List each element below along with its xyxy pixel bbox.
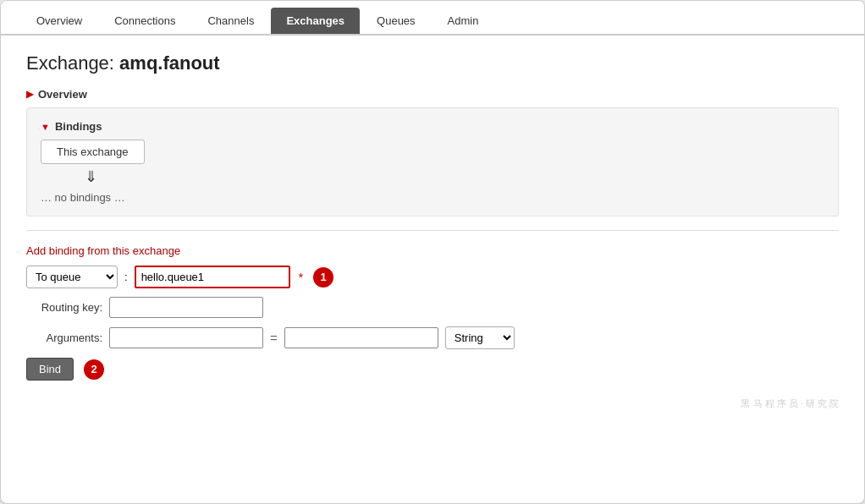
- to-queue-select[interactable]: To queue To exchange: [26, 266, 118, 288]
- routing-key-label: Routing key:: [26, 301, 102, 314]
- queue-name-input[interactable]: [135, 266, 290, 288]
- routing-key-input[interactable]: [109, 297, 263, 318]
- arguments-label: Arguments:: [26, 331, 102, 344]
- colon-separator: :: [124, 271, 128, 283]
- bind-button[interactable]: Bind: [26, 358, 74, 381]
- equals-sign: =: [270, 331, 278, 345]
- overview-section-label: Overview: [38, 88, 87, 101]
- overview-arrow-icon: ▶: [26, 89, 33, 100]
- binding-form-row1: To queue To exchange : * 1: [26, 266, 839, 288]
- page-title: Exchange: amq.fanout: [26, 52, 839, 74]
- arguments-type-select[interactable]: String Number Boolean: [445, 326, 515, 349]
- required-star: *: [299, 271, 303, 284]
- badge-2: 2: [84, 359, 104, 380]
- bindings-section-label: Bindings: [55, 120, 102, 133]
- divider: [26, 230, 839, 231]
- bindings-section-header[interactable]: ▼ Bindings: [41, 120, 824, 133]
- no-bindings-text: … no bindings …: [41, 191, 824, 204]
- this-exchange-box: This exchange: [41, 140, 145, 164]
- badge-1: 1: [313, 267, 333, 288]
- tab-connections[interactable]: Connections: [99, 8, 190, 34]
- overview-section-header[interactable]: ▶ Overview: [26, 88, 839, 101]
- bindings-arrow-icon: ▼: [41, 122, 50, 132]
- arguments-value-input[interactable]: [284, 327, 438, 348]
- tab-queues[interactable]: Queues: [361, 8, 431, 34]
- tab-exchanges[interactable]: Exchanges: [271, 8, 360, 34]
- add-binding-label: Add binding from this exchange: [26, 244, 839, 257]
- binding-form-row2: Routing key:: [26, 297, 839, 318]
- watermark: 黑 马 程 序 员 · 研 究 院: [26, 397, 839, 410]
- arguments-key-input[interactable]: [109, 327, 263, 348]
- tab-admin[interactable]: Admin: [432, 8, 494, 34]
- binding-form-row3: Arguments: = String Number Boolean: [26, 326, 839, 349]
- tab-channels[interactable]: Channels: [192, 8, 269, 34]
- nav-tabs: Overview Connections Channels Exchanges …: [1, 1, 864, 36]
- arrow-down-icon: ⇓: [85, 167, 824, 186]
- bind-button-row: Bind 2: [26, 358, 839, 381]
- tab-overview[interactable]: Overview: [21, 8, 97, 34]
